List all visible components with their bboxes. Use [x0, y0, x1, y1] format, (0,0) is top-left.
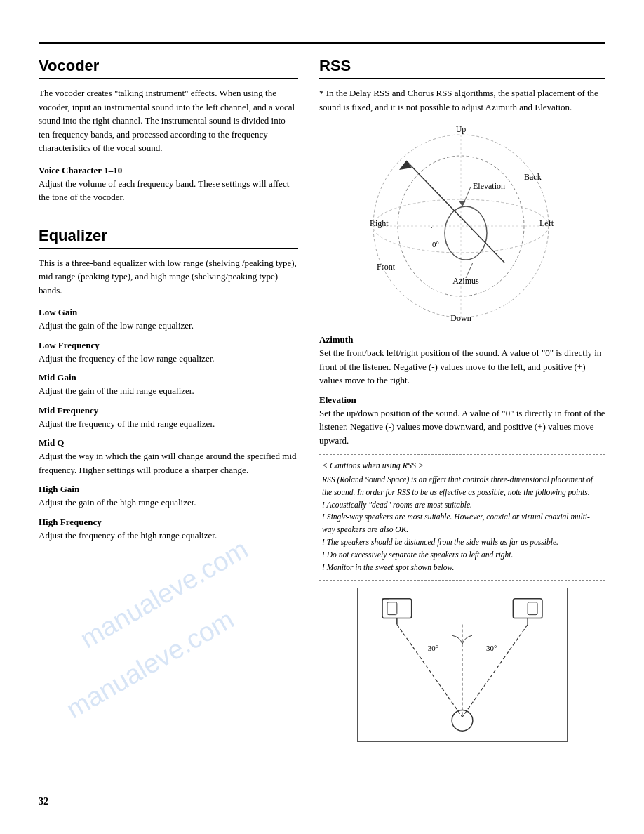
- param-title-high-gain: High Gain: [39, 484, 298, 495]
- speaker-diagram: 30° 30°: [319, 588, 605, 742]
- elevation-section: Elevation Set the up/down position of th…: [319, 395, 605, 448]
- eq-param-mid-q: Mid Q Adjust the way in which the gain w…: [39, 437, 298, 477]
- svg-line-29: [397, 624, 462, 717]
- cautions-title: < Cautions when using RSS >: [322, 461, 603, 471]
- svg-text:Left: Left: [539, 218, 554, 228]
- svg-text:Up: Up: [456, 124, 467, 134]
- svg-rect-26: [528, 602, 537, 614]
- param-desc-mid-gain: Adjust the gain of the mid range equaliz…: [39, 384, 298, 398]
- eq-param-mid-frequency: Mid Frequency Adjust the frequency of th…: [39, 405, 298, 431]
- cautions-box: < Cautions when using RSS > RSS (Roland …: [319, 454, 605, 581]
- vocoder-param-voice-character: Voice Character 1–10 Adjust the volume o…: [39, 165, 298, 204]
- svg-text:30°: 30°: [486, 644, 497, 652]
- two-column-layout: Vocoder The vocoder creates "talking ins…: [39, 57, 605, 742]
- vocoder-intro: The vocoder creates "talking instrument"…: [39, 86, 298, 155]
- eq-param-high-frequency: High Frequency Adjust the frequency of t…: [39, 517, 298, 543]
- svg-text:30°: 30°: [428, 644, 438, 652]
- param-desc-low-frequency: Adjust the frequency of the low range eq…: [39, 352, 298, 366]
- azimuth-desc: Set the front/back left/right position o…: [319, 346, 605, 388]
- svg-text:Right: Right: [370, 218, 389, 228]
- eq-param-mid-gain: Mid Gain Adjust the gain of the mid rang…: [39, 372, 298, 398]
- svg-marker-16: [459, 201, 466, 206]
- vocoder-section: Vocoder The vocoder creates "talking ins…: [39, 57, 298, 204]
- param-desc-mid-frequency: Adjust the frequency of the mid range eq…: [39, 417, 298, 431]
- left-column: Vocoder The vocoder creates "talking ins…: [39, 57, 298, 742]
- azimuth-title: Azimuth: [319, 334, 605, 345]
- param-title-low-frequency: Low Frequency: [39, 340, 298, 351]
- equalizer-section: Equalizer This is a three-band equalizer…: [39, 227, 298, 543]
- svg-text:·: ·: [430, 223, 433, 233]
- svg-text:Front: Front: [377, 262, 396, 272]
- azimuth-section: Azimuth Set the front/back left/right po…: [319, 334, 605, 388]
- param-desc-high-gain: Adjust the gain of the high range equali…: [39, 496, 298, 510]
- page: Vocoder The vocoder creates "talking ins…: [0, 0, 644, 834]
- watermark-1: manualeve.com: [75, 534, 253, 654]
- page-number: 32: [39, 796, 48, 807]
- cautions-text: RSS (Roland Sound Space) is an effect th…: [322, 474, 603, 574]
- watermark-2: manualeve.com: [61, 604, 239, 724]
- eq-param-high-gain: High Gain Adjust the gain of the high ra…: [39, 484, 298, 510]
- equalizer-intro: This is a three-band equalizer with low …: [39, 256, 298, 298]
- param-desc-mid-q: Adjust the way in which the gain will ch…: [39, 449, 298, 477]
- param-title-high-frequency: High Frequency: [39, 517, 298, 528]
- rss-sphere-diagram: Up Down Left Right Back Front 0° ·: [319, 122, 605, 326]
- top-rule: [39, 42, 605, 44]
- svg-rect-22: [387, 602, 397, 614]
- param-title-mid-q: Mid Q: [39, 437, 298, 449]
- rss-note: * In the Delay RSS and Chorus RSS algori…: [319, 86, 605, 114]
- param-title-voice-character: Voice Character 1–10: [39, 165, 298, 176]
- right-column: RSS * In the Delay RSS and Chorus RSS al…: [319, 57, 605, 742]
- caution-line-4: ! Do not excessively separate the speake…: [322, 550, 513, 559]
- equalizer-title: Equalizer: [39, 227, 298, 249]
- vocoder-title: Vocoder: [39, 57, 298, 79]
- param-desc-high-frequency: Adjust the frequency of the high range e…: [39, 529, 298, 543]
- param-title-mid-gain: Mid Gain: [39, 372, 298, 383]
- svg-text:Down: Down: [450, 313, 471, 323]
- svg-text:Elevation: Elevation: [473, 181, 505, 191]
- caution-line-3: ! The speakers should be distanced from …: [322, 538, 558, 546]
- param-title-low-gain: Low Gain: [39, 307, 298, 318]
- param-desc-low-gain: Adjust the gain of the low range equaliz…: [39, 319, 298, 333]
- param-title-mid-frequency: Mid Frequency: [39, 405, 298, 416]
- elevation-desc: Set the up/down position of the sound. A…: [319, 406, 605, 448]
- svg-text:0°: 0°: [432, 240, 439, 249]
- caution-line-1: ! Acoustically "dead" rooms are most sui…: [322, 501, 472, 509]
- rss-title: RSS: [319, 57, 605, 79]
- svg-line-30: [462, 624, 528, 717]
- caution-line-5: ! Monitor in the sweet spot shown below.: [322, 563, 454, 571]
- param-desc-voice-character: Adjust the volume of each frequency band…: [39, 177, 298, 204]
- caution-line-2: ! Single-way speakers are most suitable.…: [322, 512, 590, 534]
- svg-line-19: [406, 161, 504, 263]
- eq-param-low-gain: Low Gain Adjust the gain of the low rang…: [39, 307, 298, 333]
- caution-line-0: RSS (Roland Sound Space) is an effect th…: [322, 475, 593, 496]
- eq-param-low-frequency: Low Frequency Adjust the frequency of th…: [39, 340, 298, 366]
- elevation-title: Elevation: [319, 395, 605, 406]
- svg-point-13: [445, 206, 487, 260]
